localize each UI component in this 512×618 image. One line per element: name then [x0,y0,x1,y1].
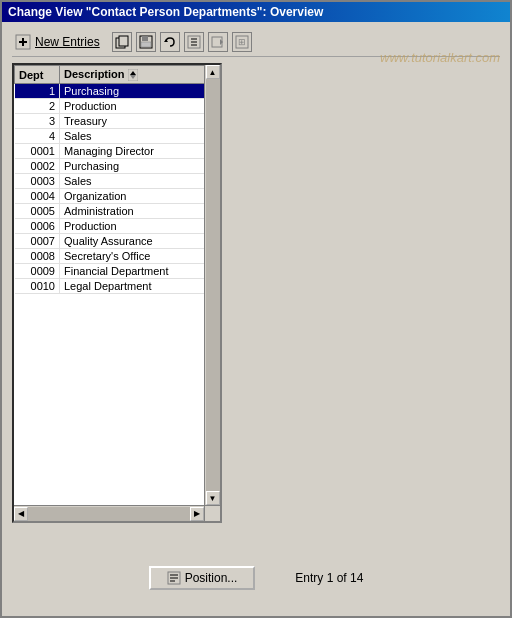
cell-description: Treasury [60,114,220,129]
svg-text:⊞: ⊞ [238,37,246,47]
main-window: Change View "Contact Person Departments"… [0,0,512,618]
cell-dept: 0004 [15,189,60,204]
cell-description: Production [60,99,220,114]
copy-icon-btn[interactable] [112,32,132,52]
cell-dept: 1 [15,84,60,99]
table-row[interactable]: 0004Organization [15,189,220,204]
position-label: Position... [185,571,238,585]
cell-dept: 4 [15,129,60,144]
cell-dept: 0002 [15,159,60,174]
cell-description: Sales [60,174,220,189]
cell-description: Financial Department [60,264,220,279]
position-icon [167,571,181,585]
other2-icon-btn[interactable] [208,32,228,52]
content-area: New Entries [2,22,510,529]
cell-description: Sales [60,129,220,144]
svg-rect-6 [142,36,148,41]
cell-dept: 0003 [15,174,60,189]
new-entries-button[interactable]: New Entries [14,33,100,51]
new-entries-icon [14,33,32,51]
scroll-track-v[interactable] [206,79,220,491]
cell-description: Administration [60,204,220,219]
cell-description: Production [60,219,220,234]
cell-description: Managing Director [60,144,220,159]
cell-dept: 0006 [15,219,60,234]
horizontal-scrollbar[interactable]: ◀ ▶ [14,505,204,521]
other1-icon-btn[interactable] [184,32,204,52]
scroll-up-arrow[interactable]: ▲ [206,65,220,79]
cell-dept: 0007 [15,234,60,249]
table-row[interactable]: 0009Financial Department [15,264,220,279]
table-row[interactable]: 2Production [15,99,220,114]
data-table: Dept Description [14,65,220,294]
table-row[interactable]: 0005Administration [15,204,220,219]
cell-dept: 0008 [15,249,60,264]
table-row[interactable]: 0007Quality Assurance [15,234,220,249]
table-row[interactable]: 0001Managing Director [15,144,220,159]
save-icon-btn[interactable] [136,32,156,52]
scroll-right-arrow[interactable]: ▶ [190,507,204,521]
sort-icon [128,68,138,80]
scroll-down-arrow[interactable]: ▼ [206,491,220,505]
cell-description: Quality Assurance [60,234,220,249]
table-row[interactable]: 4Sales [15,129,220,144]
title-bar: Change View "Contact Person Departments"… [2,2,510,22]
bottom-bar: Position... Entry 1 of 14 [2,560,510,596]
cell-dept: 0010 [15,279,60,294]
position-button[interactable]: Position... [149,566,256,590]
cell-dept: 3 [15,114,60,129]
window-title: Change View "Contact Person Departments"… [8,5,323,19]
cell-dept: 2 [15,99,60,114]
cell-dept: 0001 [15,144,60,159]
table-row[interactable]: 0008Secretary's Office [15,249,220,264]
cell-description: Legal Department [60,279,220,294]
data-table-container: Dept Description [12,63,222,523]
new-entries-label: New Entries [35,35,100,49]
cell-description: Purchasing [60,159,220,174]
scroll-left-arrow[interactable]: ◀ [14,507,28,521]
table-row[interactable]: 0010Legal Department [15,279,220,294]
watermark: www.tutorialkart.com [380,50,500,65]
scroll-corner [204,505,220,521]
table-row[interactable]: 0003Sales [15,174,220,189]
entry-info: Entry 1 of 14 [295,571,363,585]
cell-description: Organization [60,189,220,204]
col-header-dept: Dept [15,66,60,84]
cell-dept: 0005 [15,204,60,219]
vertical-scrollbar[interactable]: ▲ ▼ [204,65,220,505]
scroll-track-h[interactable] [28,507,190,521]
table-row[interactable]: 3Treasury [15,114,220,129]
other3-icon-btn[interactable]: ⊞ [232,32,252,52]
col-header-description: Description [60,66,220,84]
svg-rect-7 [141,42,151,47]
table-row[interactable]: 0006Production [15,219,220,234]
undo-icon-btn[interactable] [160,32,180,52]
svg-rect-4 [119,36,128,46]
cell-description: Purchasing [60,84,220,99]
cell-dept: 0009 [15,264,60,279]
cell-description: Secretary's Office [60,249,220,264]
table-row[interactable]: 0002Purchasing [15,159,220,174]
table-wrapper: Dept Description [14,65,220,505]
table-row[interactable]: 1Purchasing [15,84,220,99]
